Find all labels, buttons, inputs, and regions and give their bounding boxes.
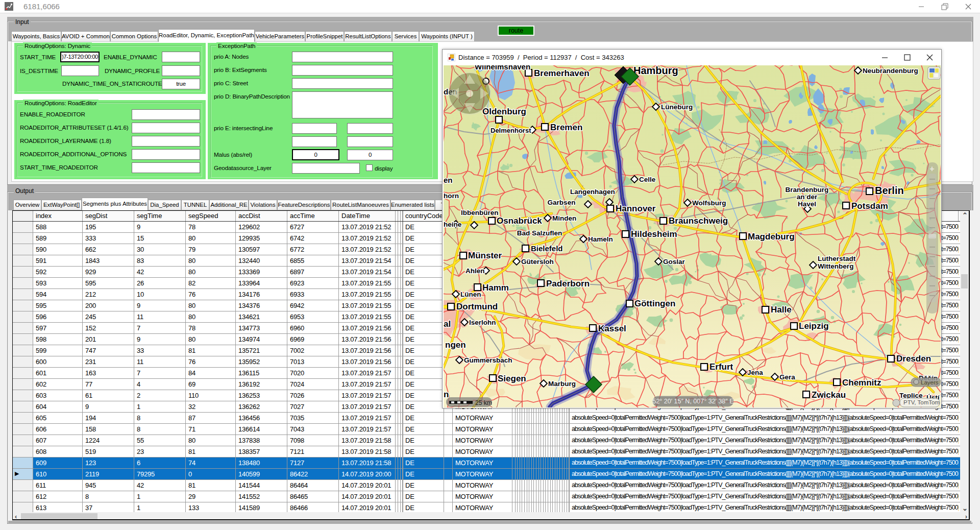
svg-text:Berlin: Berlin: [875, 185, 904, 196]
svg-text:Göttingen: Göttingen: [634, 299, 675, 308]
svg-text:25 km: 25 km: [475, 399, 492, 406]
svg-text:Havel: Havel: [798, 200, 816, 208]
svg-text:Bad Salzuflen: Bad Salzuflen: [517, 229, 562, 237]
svg-text:Celle: Celle: [639, 176, 656, 183]
svg-text:Iserlohn: Iserlohn: [469, 319, 496, 326]
svg-text:an der: an der: [797, 193, 818, 201]
svg-text:al: al: [444, 319, 451, 329]
svg-text:52° 20′ 15″ N, 007° 32′ 38″ E: 52° 20′ 15″ N, 007° 32′ 38″ E: [652, 398, 733, 405]
svg-text:Oldenburg: Oldenburg: [482, 107, 526, 116]
svg-text:Chemnitz: Chemnitz: [842, 378, 881, 388]
svg-text:Hamburg: Hamburg: [633, 65, 678, 76]
svg-text:n: n: [444, 390, 449, 399]
svg-text:Gütersloh: Gütersloh: [521, 258, 554, 266]
svg-text:Garbsen: Garbsen: [548, 199, 576, 206]
svg-text:Goslar: Goslar: [663, 258, 685, 266]
svg-text:Osnabrück: Osnabrück: [497, 216, 542, 226]
svg-text:Neubrandenburg: Neubrandenburg: [863, 67, 918, 75]
svg-text:Bremerhaven: Bremerhaven: [534, 68, 590, 78]
svg-text:ngen: ngen: [445, 340, 466, 350]
svg-text:Langenhagen: Langenhagen: [570, 188, 615, 196]
svg-text:Brandenburg: Brandenburg: [786, 186, 829, 194]
svg-text:Marburg: Marburg: [548, 380, 576, 388]
svg-text:Zwickau: Zwickau: [812, 390, 846, 400]
svg-text:Magdeburg: Magdeburg: [748, 232, 795, 242]
svg-text:Dresden: Dresden: [896, 354, 931, 364]
svg-text:PTV, TomTom: PTV, TomTom: [903, 399, 940, 405]
svg-text:Kassel: Kassel: [598, 324, 626, 333]
svg-text:en: en: [444, 176, 453, 184]
svg-text:Delmenhorst: Delmenhorst: [491, 127, 531, 134]
svg-text:Lutherstadt: Lutherstadt: [818, 255, 856, 262]
svg-text:Jena: Jena: [747, 369, 763, 376]
svg-text:Hamm: Hamm: [482, 283, 509, 293]
svg-text:Hannover: Hannover: [616, 204, 656, 213]
svg-text:Braunschweig: Braunschweig: [669, 216, 728, 226]
svg-text:Gummersbach: Gummersbach: [464, 356, 512, 364]
svg-text:Siegen: Siegen: [498, 374, 526, 383]
svg-text:+: +: [929, 164, 934, 173]
svg-text:Paderborn: Paderborn: [546, 279, 590, 288]
svg-text:Layers: Layers: [921, 379, 939, 386]
svg-text:Ahlen: Ahlen: [465, 267, 485, 275]
svg-text:Bremen: Bremen: [550, 123, 582, 132]
svg-text:Leipzig: Leipzig: [799, 321, 829, 331]
svg-text:horn: horn: [444, 192, 459, 200]
svg-text:Dortmund: Dortmund: [456, 302, 498, 311]
svg-text:Bielefeld: Bielefeld: [531, 244, 563, 253]
svg-text:Lüneburg: Lüneburg: [661, 103, 693, 111]
svg-text:Wittenberg: Wittenberg: [818, 262, 853, 270]
svg-text:Hameln: Hameln: [588, 235, 613, 243]
svg-text:heine: heine: [444, 221, 462, 228]
svg-text:Wilhelmshaven: Wilhelmshaven: [475, 65, 530, 71]
svg-text:Münster: Münster: [468, 251, 502, 260]
svg-text:Halle: Halle: [771, 305, 792, 315]
svg-text:Potsdam: Potsdam: [851, 201, 888, 211]
svg-text:Erfurt: Erfurt: [709, 362, 733, 372]
svg-text:Lünen: Lünen: [460, 291, 481, 298]
svg-text:Wolfsburg: Wolfsburg: [692, 199, 726, 207]
svg-text:Minden: Minden: [552, 214, 576, 222]
svg-text:Gera: Gera: [779, 373, 795, 381]
svg-text:Ibbenbüren: Ibbenbüren: [461, 209, 499, 216]
svg-text:Hildesheim: Hildesheim: [631, 229, 677, 239]
